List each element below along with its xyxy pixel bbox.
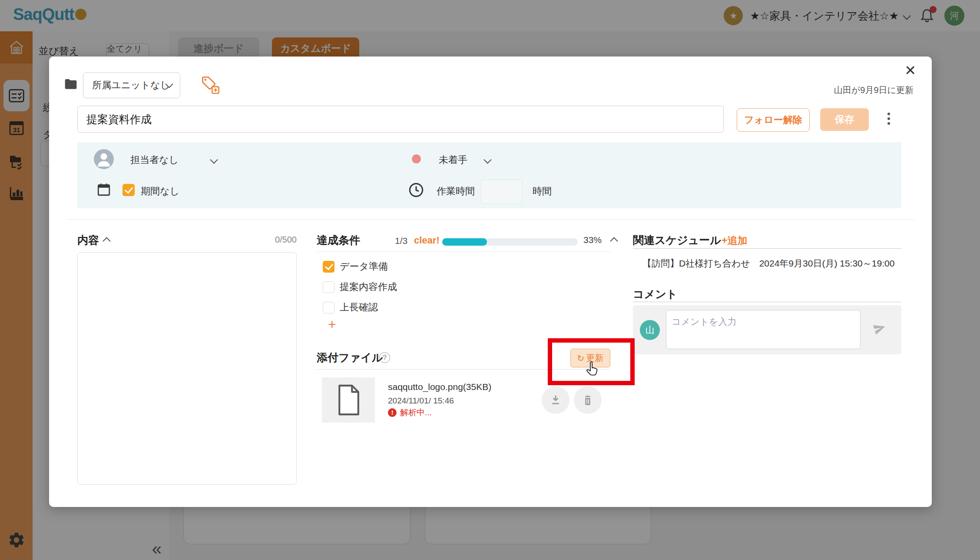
help-icon[interactable]: ? <box>379 352 390 363</box>
content-char-counter: 0/500 <box>262 235 297 245</box>
divider <box>317 251 610 252</box>
clock-icon <box>408 182 424 198</box>
attachment-file-status: ! 解析中... <box>388 407 432 418</box>
alert-icon: ! <box>388 408 397 417</box>
add-schedule-link[interactable]: +追加 <box>722 234 747 247</box>
file-icon <box>336 384 361 416</box>
no-period-checkbox[interactable] <box>122 184 135 196</box>
checklist-item[interactable]: データ準備 <box>323 260 388 273</box>
status-dot-icon <box>412 154 421 163</box>
assignee-avatar-icon <box>94 149 114 169</box>
conditions-percent: 33% <box>583 235 602 245</box>
checklist-item[interactable]: 提案内容作成 <box>323 280 397 293</box>
comments-heading: コメント <box>633 287 677 301</box>
checkbox-unchecked-icon[interactable] <box>323 302 334 313</box>
attachments-heading: 添付ファイル <box>317 350 383 365</box>
conditions-ratio: 1/3 <box>395 236 407 246</box>
content-textarea[interactable] <box>77 252 297 485</box>
work-time-label: 作業時間 <box>437 185 475 198</box>
unit-dropdown-value: 所属ユニットなし <box>92 79 170 92</box>
conditions-progress-fill <box>442 238 487 246</box>
comment-input[interactable] <box>666 310 861 349</box>
comment-avatar: 山 <box>640 320 660 340</box>
schedule-item[interactable]: 【訪問】D社様打ち合わせ 2024年9月30日(月) 15:30～19:00 <box>642 257 899 270</box>
unfollow-button[interactable]: フォロー解除 <box>737 108 810 132</box>
last-updated-text: 山田が9月9日に更新 <box>834 84 914 96</box>
close-button[interactable]: ✕ <box>904 63 916 77</box>
download-attachment-button[interactable] <box>542 386 569 414</box>
calendar-icon <box>96 182 111 197</box>
checkbox-unchecked-icon[interactable] <box>323 281 334 293</box>
unit-dropdown[interactable]: 所属ユニットなし <box>83 72 180 98</box>
divider <box>66 219 914 220</box>
more-menu-button[interactable] <box>887 110 890 127</box>
assignee-dropdown-value: 担当者なし <box>130 153 179 167</box>
related-schedule-heading: 関連スケジュール <box>633 233 721 247</box>
add-tag-icon[interactable] <box>200 75 220 95</box>
assignee-dropdown[interactable] <box>210 156 218 163</box>
app-root: SaqQutt ★ ★☆家具・インテリア会社☆★ 河 <box>0 0 980 560</box>
comment-composer: 山 <box>633 305 901 354</box>
content-heading: 内容 <box>77 233 99 247</box>
attachment-file-date: 2024/11/01/ 15:46 <box>388 396 454 406</box>
conditions-progress-bar <box>442 238 578 246</box>
task-detail-modal: 所属ユニットなし 山田が9月9日に更新 ✕ フォロー解除 保存 担当者なし 未着… <box>49 57 932 507</box>
work-time-unit: 時間 <box>533 185 552 198</box>
content-collapse-chevron-icon[interactable] <box>103 237 110 245</box>
checkbox-checked-icon[interactable] <box>323 261 334 273</box>
work-time-input[interactable] <box>481 180 523 204</box>
task-title-input[interactable] <box>77 106 724 133</box>
conditions-collapse-chevron-icon[interactable] <box>610 237 618 245</box>
attachment-file-name[interactable]: saqqutto_logo.png(35KB) <box>388 382 491 392</box>
conditions-heading: 達成条件 <box>317 233 360 247</box>
divider <box>633 248 901 249</box>
delete-attachment-button[interactable] <box>574 386 602 414</box>
folder-icon <box>64 78 78 90</box>
save-button[interactable]: 保存 <box>820 108 869 131</box>
status-dropdown[interactable] <box>483 156 491 163</box>
send-icon[interactable] <box>871 320 888 337</box>
check-icon <box>125 185 133 193</box>
download-icon <box>550 394 562 406</box>
divider <box>633 302 901 302</box>
hand-cursor-icon <box>586 361 600 377</box>
file-thumbnail[interactable] <box>322 377 375 423</box>
refresh-icon: ↻ <box>577 353 585 363</box>
no-period-label: 期間なし <box>141 185 179 198</box>
checklist-item[interactable]: 上長確認 <box>323 301 378 314</box>
status-dropdown-value: 未着手 <box>439 153 467 167</box>
conditions-clear-label: clear! <box>414 235 440 246</box>
trash-icon <box>582 394 594 406</box>
add-condition-button[interactable]: + <box>328 317 336 331</box>
task-meta-panel: 担当者なし 未着手 期間なし 作業時間 時間 <box>77 142 901 208</box>
